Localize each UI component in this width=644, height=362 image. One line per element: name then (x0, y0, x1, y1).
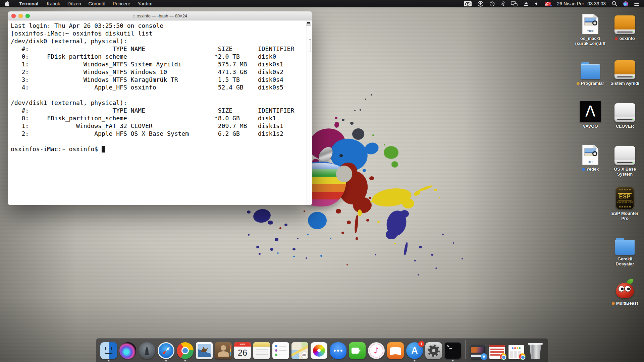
terminal-dock-icon[interactable]: >_ (444, 342, 461, 359)
system-preferences-icon[interactable] (425, 342, 442, 359)
menu-kabuk[interactable]: Kabuk (43, 1, 64, 6)
ibooks-icon[interactable] (387, 342, 404, 359)
minimized-window-thumbnail[interactable] (508, 345, 524, 359)
desktop-icon-yedek-tiff[interactable]: TIFFYedek (571, 142, 610, 172)
desktop-icon-os-mac-1-tiff[interactable]: TIFFos_mac-1 (sürük...en).tiff (571, 11, 610, 46)
dock-item-maps[interactable]: 3D (291, 342, 309, 359)
tag-dot (577, 82, 580, 85)
dock-item-contacts[interactable] (214, 342, 232, 359)
desktop-icon-vavoo-app[interactable]: ΛVAVOO (571, 99, 610, 129)
mail-icon[interactable] (196, 342, 213, 359)
notes-icon[interactable] (253, 342, 270, 359)
app-menus: TerminalKabukDüzenGörüntüPencereYardım (15, 0, 156, 7)
dock-item-minimized-window-1[interactable]: A (469, 345, 487, 359)
dock-item-itunes[interactable]: ♪ (367, 342, 385, 359)
desktop-icon-clover-drive[interactable]: CLOVER (605, 99, 644, 129)
paint-splatter (277, 252, 279, 254)
dock-item-chrome[interactable] (176, 342, 194, 359)
dock-item-minimized-window-3[interactable] (507, 345, 525, 359)
dock-item-notes[interactable] (253, 342, 271, 359)
spotlight-icon[interactable] (609, 0, 620, 7)
paint-splatter (418, 184, 433, 192)
accessibility-icon[interactable] (475, 0, 486, 7)
photos-icon[interactable] (311, 342, 327, 359)
paint-splatter (384, 146, 398, 159)
menu-görüntü[interactable]: Görüntü (85, 1, 109, 6)
bluetooth-icon[interactable] (498, 0, 508, 7)
dock-item-finder[interactable] (100, 342, 118, 359)
desktop-icon-sistem-ayrildi-drive[interactable]: Sistem Ayrıldı (605, 56, 644, 86)
calendar-icon[interactable]: NIS26 (234, 342, 251, 359)
terminal-window[interactable]: ⌂osxinfo — -bash — 80×24 Last login: Thu… (8, 11, 312, 205)
paint-splatter (252, 208, 272, 224)
minimized-window-thumbnail[interactable]: A (470, 345, 486, 359)
facetime-icon[interactable] (349, 342, 366, 359)
eject-icon[interactable] (521, 0, 532, 7)
dock-item-ibooks[interactable] (386, 342, 405, 359)
chrome-icon[interactable] (177, 342, 194, 359)
dock-item-facetime[interactable] (348, 342, 366, 359)
paint-splatter (384, 209, 409, 238)
terminal-titlebar[interactable]: ⌂osxinfo — -bash — 80×24 (8, 11, 312, 20)
dock-item-launchpad[interactable] (138, 342, 156, 359)
displays-mirroring-icon[interactable] (508, 0, 521, 7)
desktop-icon-osx-base-system-drive[interactable]: OS X Base System (605, 142, 644, 177)
desktop-icon-label: osxinfo (615, 36, 635, 41)
launchpad-icon[interactable] (139, 342, 155, 359)
paint-splatter (279, 227, 281, 229)
paint-splatter (360, 109, 361, 111)
paint-splatter (414, 260, 416, 261)
desktop-icon-label: Gerekli Dosyalar (616, 256, 634, 266)
desktop-icon-esp-mounter-pro[interactable]: ESPMOUNTER PROESP Mounter Pro (605, 186, 644, 221)
split-pane-button[interactable] (306, 21, 311, 25)
scrollbar-mark (309, 39, 311, 52)
paint-splatter (434, 189, 437, 191)
safari-icon[interactable] (158, 342, 174, 359)
dock-item-photos[interactable] (310, 342, 328, 359)
siri-icon[interactable] (620, 0, 631, 7)
dock-item-system-preferences[interactable] (425, 342, 443, 359)
desktop: TIFFos_mac-1 (sürük...en).tiffosxinfoPro… (0, 0, 644, 362)
paint-splatter (372, 134, 374, 136)
dock-item-mail[interactable] (195, 342, 213, 359)
menu-yardım[interactable]: Yardım (134, 1, 156, 6)
dock-item-terminal[interactable]: >_ (444, 342, 462, 359)
nvidia-gpu-icon[interactable] (461, 0, 475, 7)
dock-item-trash[interactable] (526, 343, 544, 359)
input-source-flag-turkish[interactable]: PC (542, 0, 554, 7)
terminal-content[interactable]: Last login: Thu Apr 26 03:25:50 on conso… (8, 20, 312, 205)
dock-item-safari[interactable] (157, 342, 175, 359)
reminders-icon[interactable] (272, 342, 289, 359)
minimized-window-thumbnail[interactable] (489, 345, 505, 359)
desktop-icon-label: ESP Mounter Pro (611, 211, 639, 221)
finder-icon[interactable] (100, 342, 117, 359)
desktop-icon-programlar-folder[interactable]: Programlar (571, 56, 610, 86)
paint-splatter (268, 221, 273, 225)
time-machine-icon[interactable] (486, 0, 498, 7)
dock-item-calendar[interactable]: NIS26 (233, 342, 252, 359)
menu-düzen[interactable]: Düzen (64, 1, 85, 6)
paint-splatter (419, 246, 422, 248)
volume-icon[interactable] (532, 0, 542, 7)
app-store-icon[interactable]: A1 (406, 342, 423, 359)
dock-item-messages[interactable] (329, 342, 347, 359)
siri-icon[interactable] (119, 342, 136, 359)
dock-item-reminders[interactable] (272, 342, 290, 359)
messages-icon[interactable] (330, 342, 346, 359)
trash-icon[interactable] (529, 343, 542, 359)
desktop-icon-osxinfo-drive[interactable]: osxinfo (605, 11, 644, 41)
menu-terminal[interactable]: Terminal (15, 1, 43, 6)
desktop-icon-gerekli-dosyalar-folder[interactable]: Gerekli Dosyalar (605, 232, 644, 266)
dock-item-siri[interactable] (119, 342, 137, 359)
menu-pencere[interactable]: Pencere (109, 1, 134, 6)
maps-icon[interactable]: 3D (291, 342, 308, 359)
contacts-icon[interactable] (215, 342, 232, 359)
apple-menu-icon[interactable] (5, 1, 9, 6)
dock-item-minimized-window-2[interactable] (488, 345, 506, 359)
dock-item-app-store[interactable]: A1 (406, 342, 424, 359)
itunes-icon[interactable]: ♪ (368, 342, 385, 359)
desktop-icon-multibeast-app[interactable]: MultiBeast (605, 276, 644, 306)
multibeast-app-icon (615, 278, 635, 299)
menu-bar-clock[interactable]: 26 Nisan Per 03:33:03 (554, 0, 609, 7)
notification-center-icon[interactable] (631, 0, 644, 7)
